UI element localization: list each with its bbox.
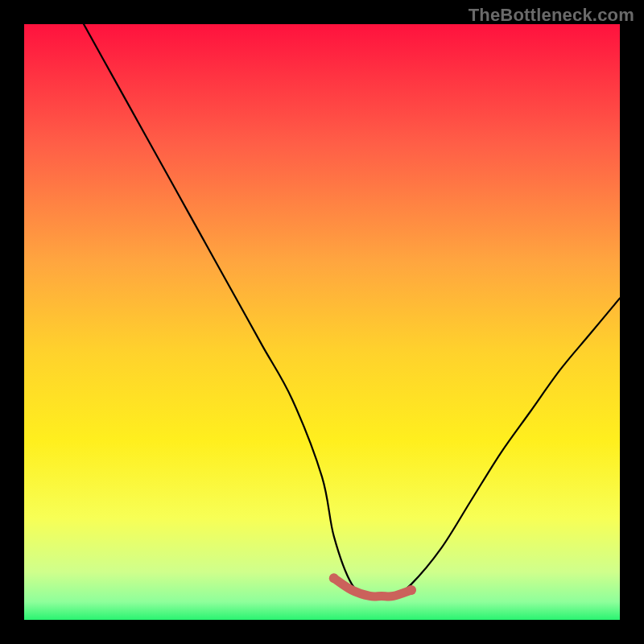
gradient-background xyxy=(24,24,620,620)
plot-area xyxy=(24,24,620,620)
chart-canvas xyxy=(24,24,620,620)
highlight-end-dot xyxy=(407,585,416,595)
chart-frame: TheBottleneck.com xyxy=(0,0,644,644)
highlight-start-dot xyxy=(329,573,339,583)
watermark-text: TheBottleneck.com xyxy=(469,5,634,26)
